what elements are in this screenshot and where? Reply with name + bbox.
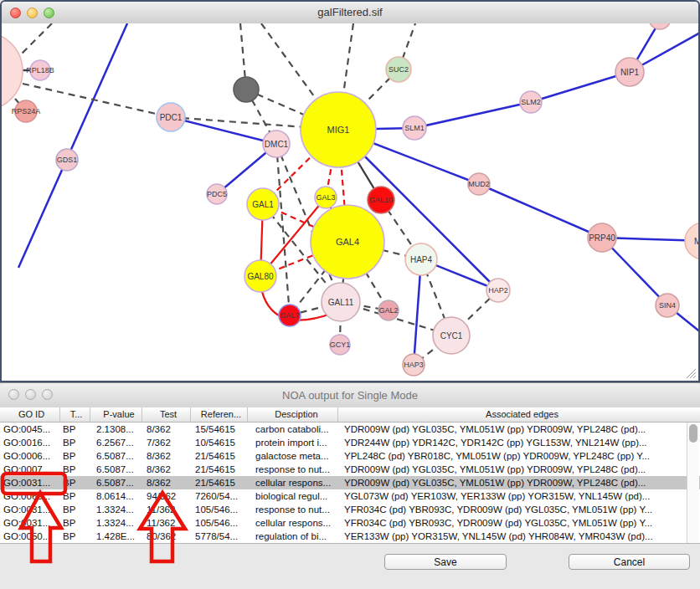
save-button[interactable]: Save [384,554,507,570]
node-label: HAP4 [410,255,433,264]
node-GAL3[interactable]: GAL3 [315,187,337,208]
cell-description: response to nut... [248,503,338,516]
node-HAP3[interactable]: HAP3 [403,354,425,376]
node-GAL4[interactable]: GAL4 [311,205,384,279]
noa-results-table: GO ID T... P-value Test Referen... Desci… [0,407,700,543]
table-row[interactable]: GO:0031...BP6.5087...8/36221/54615cellul… [0,476,700,489]
node-label: MUD2 [468,180,490,188]
node-DMC1[interactable]: DMC1 [263,131,290,157]
node-RPL18B[interactable]: RPL18B [26,60,54,80]
node-GDS1[interactable]: GDS1 [56,149,78,171]
node-GAL10[interactable]: GAL10 [368,187,394,213]
node-MIG1[interactable]: MIG1 [301,92,376,167]
node-PRP40[interactable]: PRP40 [588,223,616,252]
table-row[interactable]: GO:0031...BP1.3324...11/362105/546...cel… [0,516,700,530]
cell-reference: 21/54615 [191,449,248,463]
node-MUD2[interactable]: MUD2 [468,173,490,195]
node-PDC5[interactable]: PDC5 [207,184,227,204]
table-row[interactable]: GO:0007...BP6.5087...8/36221/54615respon… [0,463,700,476]
table-row[interactable]: GO:0016...BP6.2567...7/36210/54615protei… [0,436,700,449]
cell-go-id: GO:0031... [0,476,60,489]
table-row[interactable]: GO:0006...BP6.5087...8/36221/54615galact… [0,449,700,463]
cell-test: 8/362 [142,449,191,463]
node-GCY1[interactable]: GCY1 [330,335,351,355]
cell-go-id: GO:0006... [0,449,60,463]
column-header-associated-edges[interactable]: Associated edges [338,407,700,422]
noa-window: NOA output for Single Mode GO ID T... P-… [0,382,700,589]
scrollbar-thumb[interactable] [689,424,697,443]
node-label: GAL4 [336,237,359,247]
node-unnamed-gray[interactable] [234,77,259,102]
column-header-reference[interactable]: Referen... [191,407,248,422]
node-SLM2[interactable]: SLM2 [520,91,542,113]
node-HAP2[interactable]: HAP2 [486,279,510,302]
cell-description: galactose meta... [248,449,338,463]
resize-grip-icon[interactable] [684,367,697,379]
cell-reference: 105/546... [191,516,248,530]
node-CYC1[interactable]: CYC1 [433,317,470,354]
column-header-p-value[interactable]: P-value [90,407,142,422]
network-edge [18,23,127,268]
table-row[interactable]: GO:0031...BP1.3324...11/362105/546...res… [0,503,700,516]
cell-type: BP [60,516,90,530]
node-label: DMC1 [265,140,289,149]
cancel-button[interactable]: Cancel [569,554,690,570]
cell-p-value: 6.5087... [90,449,142,463]
cell-test: 94/362 [142,489,191,503]
noa-footer: Save Cancel [0,543,700,589]
node-GAL2[interactable]: GAL2 [378,300,399,320]
node-label: CYC1 [440,331,463,341]
cell-test: 7/362 [142,436,191,449]
node-GAL1[interactable]: GAL1 [247,188,279,220]
cell-go-id: GO:0031... [0,503,60,516]
cell-test: 80/362 [142,530,191,543]
node-label: SIN4 [659,301,676,310]
network-edge [414,102,531,128]
network-graph: RPL18BRPS24AGDS1PDC1PDC5DMC1MIG1SUC2SLM1… [2,23,698,381]
column-header-go-id[interactable]: GO ID [0,407,60,422]
node-SUC2[interactable]: SUC2 [386,57,411,82]
node-SLM1[interactable]: SLM1 [403,116,426,140]
node-label: GAL7 [280,311,299,320]
table-row[interactable]: GO:0050...BP1.428E...80/3625778/54...reg… [0,530,700,543]
cell-reference: 105/546... [191,503,248,516]
node-label: GAL11 [328,298,354,307]
node-GAL80[interactable]: GAL80 [244,260,276,292]
network-window: galFiltered.sif RPL18BRPS24AGDS1PDC1PDC5… [0,0,700,382]
cell-go-id: GO:0065... [0,489,60,503]
node-SIN4[interactable]: SIN4 [656,294,679,317]
table-row[interactable]: GO:0045...BP2.1308...8/36215/54615carbon… [0,423,700,436]
node-NIP1[interactable]: NIP1 [615,58,644,86]
node-GAL7[interactable]: GAL7 [279,305,301,326]
table-row[interactable]: GO:0065...BP8.0614...94/3627260/54...bio… [0,489,700,503]
column-header-test[interactable]: Test [142,407,191,422]
network-edge [479,184,602,238]
node-PDC1[interactable]: PDC1 [157,103,185,131]
cell-reference: 5778/54... [191,530,248,543]
node-label: SLM2 [521,98,541,106]
node-RPS24A[interactable]: RPS24A [12,100,41,122]
node-label: GAL3 [316,193,335,202]
node-label: SUC2 [389,65,409,74]
node-label: PDC1 [160,113,183,122]
node-big-left[interactable] [2,32,23,110]
cell-edges: YDR244W (pp) YDR142C, YDR142C (pp) YGL15… [338,436,700,449]
cell-go-id: GO:0007... [0,463,60,476]
noa-window-title: NOA output for Single Mode [0,389,700,402]
cell-p-value: 6.5087... [90,476,142,489]
cell-p-value: 6.5087... [90,463,142,476]
cell-description: protein import i... [248,436,338,449]
column-header-description[interactable]: Desciption [248,407,338,422]
node-top-partial[interactable] [649,23,671,29]
node-HAP4[interactable]: HAP4 [405,243,437,275]
cell-edges: YGL073W (pd) YER103W, YER133W (pp) YOR31… [338,489,700,503]
network-canvas[interactable]: RPL18BRPS24AGDS1PDC1PDC5DMC1MIG1SUC2SLM1… [2,23,698,381]
column-header-type[interactable]: T... [60,407,90,422]
vertical-scrollbar[interactable] [687,423,699,543]
cell-test: 8/362 [142,476,191,489]
node-GAL11[interactable]: GAL11 [322,283,360,321]
node-MSN[interactable]: MSN [685,223,698,259]
node-label: SLM1 [404,124,425,132]
screen: galFiltered.sif RPL18BRPS24AGDS1PDC1PDC5… [0,0,700,589]
cell-type: BP [60,423,90,436]
